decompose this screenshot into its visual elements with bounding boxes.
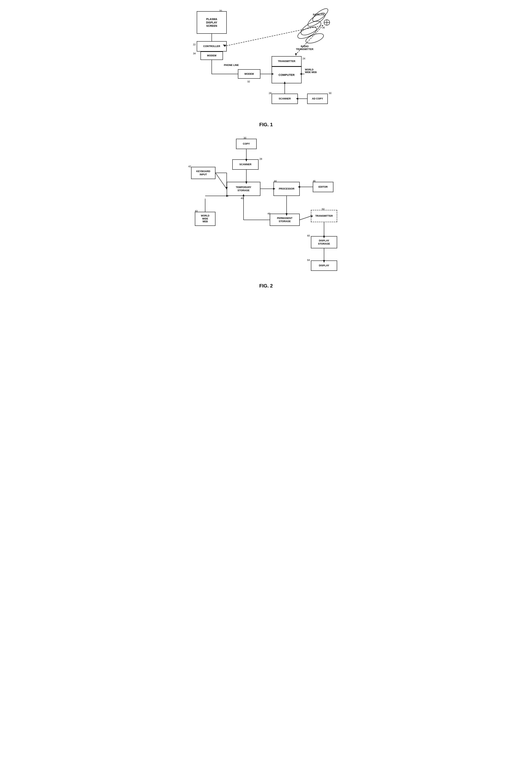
ref-42: 42 (188, 165, 191, 168)
ref-30-fig2: 30 (244, 136, 246, 139)
ref-50: 50 (322, 208, 324, 210)
transmitter-box: TRANSMITTER (272, 56, 302, 66)
ref-46: 46 (313, 180, 315, 182)
ref-34: 34 (193, 52, 196, 55)
display-storage-box: DISPLAYSTORAGE (311, 236, 337, 248)
copy-box: COPY (236, 139, 257, 149)
processor-box: PROCESSOR (273, 182, 300, 196)
ref-32: 32 (247, 80, 250, 83)
permanent-storage-box: PERMANENTSTORAGE (270, 214, 300, 226)
transmitter-box-fig2: TRANSMITTER (311, 210, 337, 222)
computer-box: COMPUTER (272, 66, 302, 83)
temporary-storage-box: TEMPORARYSTORAGE (227, 182, 260, 196)
ref-22: 22 (193, 43, 196, 46)
modem-top-box: MODEM (200, 51, 223, 60)
svg-marker-10 (295, 53, 297, 56)
ref-36: 36 (322, 26, 325, 29)
keyboard-input-box: KEYBOARDINPUT (191, 167, 215, 179)
ad-copy-box: AD COPY (307, 94, 328, 104)
ref-48: 48 (267, 212, 270, 215)
svg-point-20 (305, 32, 325, 45)
controller-box: CONTROLLER (197, 41, 227, 51)
ref-20: 20 (219, 9, 222, 12)
display-box: DISPLAY (311, 260, 337, 271)
ref-24: 24 (303, 57, 305, 60)
svg-line-38 (300, 216, 311, 220)
editor-box: EDITOR (313, 182, 333, 192)
modem-bottom-box: MODEM (238, 69, 260, 79)
svg-point-16 (299, 18, 323, 38)
ref-44: 44 (274, 180, 276, 182)
svg-line-25 (215, 173, 227, 189)
ref-60: 60 (307, 234, 310, 237)
svg-line-7 (226, 25, 323, 46)
phone-line-label: PHONE LINE (224, 64, 239, 66)
ref-40: 40 (241, 197, 243, 200)
ref-28-fig2: 28 (259, 157, 262, 160)
fig1-label: FIG. 1 (186, 122, 346, 127)
fig2-label: FIG. 2 (186, 283, 346, 289)
radio-transmitter-label: RADIOTRANSMITTER (296, 45, 313, 51)
fig1-diagram: PLASMADISPLAYSCREEN CONTROLLER MODEM MOD… (186, 4, 346, 120)
satelite-label: SATELITE (313, 13, 324, 16)
plasma-display-box: PLASMADISPLAYSCREEN (197, 11, 227, 34)
fig2-diagram: COPY KEYBOARDINPUT SCANNER TEMPORARYSTOR… (186, 135, 346, 281)
ref-28-fig1: 28 (269, 92, 271, 95)
world-wide-web-label: WORLDWIDE WEB (305, 68, 317, 74)
svg-point-13 (324, 20, 330, 25)
scanner-box-fig2: SCANNER (232, 159, 259, 170)
svg-point-17 (296, 25, 318, 41)
ref-43: 43 (195, 209, 197, 212)
world-wide-web-box: WORLDWIDEWEB (195, 212, 215, 226)
ref-30-fig1: 30 (329, 92, 331, 95)
scanner-box-fig1: SCANNER (272, 94, 298, 104)
ref-64: 64 (307, 259, 310, 261)
